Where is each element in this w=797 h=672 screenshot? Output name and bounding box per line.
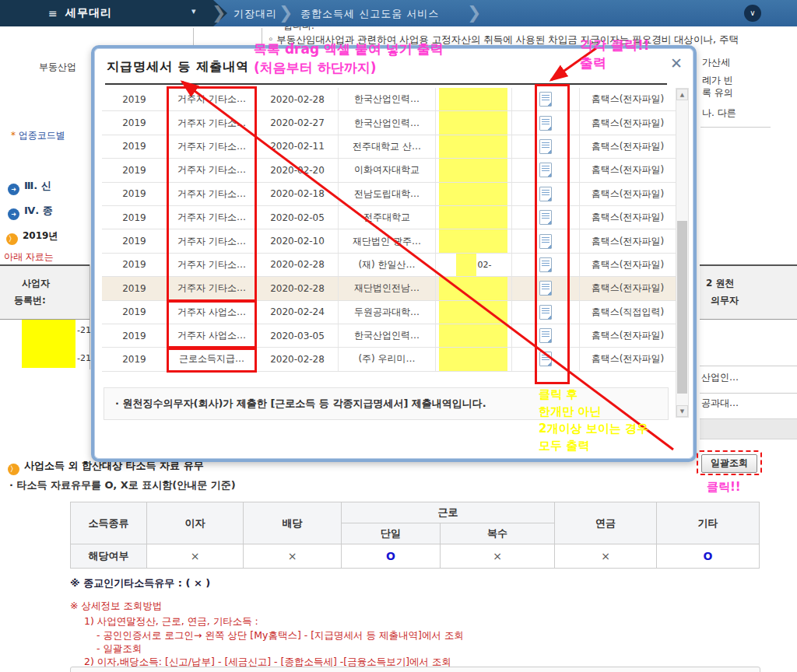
cell-payer: 이화여자대학교	[338, 159, 435, 181]
cell-source: 홈택스(전자파일)	[579, 135, 676, 158]
orange-angle-icon: 〉	[8, 464, 19, 475]
bg-clipped-text: 나. 다른	[702, 107, 736, 120]
cell-masked-id	[435, 88, 511, 110]
annotation-dashed-box-batch	[697, 450, 762, 475]
bg-industry-code-label: 업종코드별	[19, 130, 65, 141]
cell-masked-id	[435, 135, 511, 158]
annotation-yellow-line: 클릭 후	[539, 387, 578, 402]
bg-cell-fragment: -21	[77, 353, 91, 363]
cell-submit-date: 2020-02-28	[256, 348, 338, 370]
annotation-box-type-col	[167, 86, 257, 302]
annotation-yellow-line: 2개이상 보이는 경우	[539, 422, 648, 436]
bg-cell-fragment: 공과대…	[701, 397, 739, 410]
scroll-down-icon[interactable]: ▼	[676, 405, 688, 417]
scrollbar[interactable]: ▲ ▼	[676, 88, 689, 418]
primary-menu-label: 세무대리	[65, 6, 112, 20]
annotation-yellow-line: 모두 출력	[539, 439, 589, 453]
cell-masked-id	[435, 277, 511, 299]
tab-help-service[interactable]: 종합소득세 신고도움 서비스	[300, 7, 439, 21]
col-pension: 연금	[555, 502, 657, 544]
cell-year: 2019	[102, 159, 167, 181]
top-navigation: ≡ 세무대리 ▾ ❯ 기장대리 ❯ 종합소득세 신고도움 서비스 ❯ ∨	[0, 0, 797, 26]
modal-title: 지급명세서 등 제출내역	[107, 59, 249, 75]
orange-angle-icon: 〉	[6, 233, 18, 245]
bg-year-label: 2019년	[23, 230, 58, 241]
close-icon[interactable]: ✕	[670, 54, 683, 72]
row-applicability: 해당여부	[71, 544, 147, 569]
redaction-box	[439, 206, 507, 229]
cell-payer: 전남도립대학…	[338, 183, 435, 205]
redaction-box	[439, 277, 507, 299]
cell-source: 홈택스(전자파일)	[579, 206, 676, 229]
cell-masked-id	[435, 301, 511, 324]
cell-source: 홈택스(전자파일)	[579, 111, 676, 134]
method-line: - 공인인증서로 로그인→ 왼쪽 상단 [My홈택스] - [지급명세서 등 제…	[97, 629, 464, 642]
bg-red-note: 아래 자료는	[4, 250, 54, 264]
collapse-chevron-button[interactable]: ∨	[744, 5, 761, 22]
col-labor-single: 단일	[342, 523, 441, 544]
bg-section-3[interactable]: ➜Ⅲ. 신	[8, 179, 51, 195]
cell-year: 2019	[102, 348, 167, 370]
scroll-up-icon[interactable]: ▲	[676, 89, 688, 100]
value-labor-single: O	[342, 544, 441, 569]
bg-bottom-panel	[70, 667, 760, 672]
chevron-separator-icon: ❯	[467, 2, 481, 25]
redaction-box	[439, 111, 507, 134]
cell-masked-id: 02-	[435, 254, 511, 276]
cell-source: 홈택스(전자파일)	[579, 324, 676, 347]
cell-masked-id	[435, 159, 511, 181]
religious-income-note: ※ 종교인기타소득유무 : ( × )	[70, 576, 210, 590]
value-dividend: ×	[244, 544, 342, 569]
redaction-box	[439, 159, 507, 181]
cell-submit-date: 2020-02-20	[256, 159, 338, 181]
col-dividend: 배당	[244, 502, 342, 544]
cell-source: 홈택스(전자파일)	[579, 254, 676, 276]
cell-source: 홈택스(전자파일)	[579, 277, 676, 299]
redaction-box	[439, 324, 507, 347]
redaction-box	[439, 348, 507, 370]
cell-submit-date: 2020-02-28	[256, 88, 338, 110]
cell-payer: 재단법인 광주…	[338, 229, 435, 252]
cell-payer: 전주대학교	[338, 206, 435, 229]
cell-payer: 한국산업인력…	[338, 111, 435, 134]
cell-payer: (주) 우리미…	[338, 348, 435, 370]
annotation-magenta-click-each: 각각 클릭!!	[580, 37, 649, 54]
cell-year: 2019	[102, 301, 167, 324]
bg-left-table-header: 사업자 등록번:	[0, 264, 90, 320]
bg-industry-code-link[interactable]: * 업종코드별	[11, 129, 65, 142]
cell-source: 홈택스(직접입력)	[579, 301, 676, 324]
scrollbar-thumb[interactable]	[677, 221, 687, 394]
cell-submit-date: 2020-02-18	[256, 183, 338, 205]
redaction-box	[456, 254, 476, 276]
caret-down-icon[interactable]: ▾	[191, 6, 196, 16]
col-interest: 이자	[147, 502, 244, 544]
cell-submit-date: 2020-02-24	[256, 301, 338, 324]
primary-menu[interactable]: ≡ 세무대리 ▾	[0, 0, 227, 26]
cell-source: 홈택스(전자파일)	[579, 159, 676, 181]
cell-year: 2019	[102, 206, 167, 229]
bg-divider	[700, 366, 797, 366]
annotation-box-labor-row	[167, 348, 257, 373]
tab-bookkeeping[interactable]: 기장대리	[233, 7, 277, 21]
cell-source: 홈택스(전자파일)	[579, 348, 676, 370]
hamburger-icon[interactable]: ≡	[48, 7, 58, 19]
bg-th-withholding: 2 원천	[706, 277, 735, 290]
asterisk-icon: *	[11, 130, 16, 141]
annotation-magenta-range: (처음부터 하단까지)	[254, 59, 376, 77]
redaction-box	[439, 183, 507, 205]
annotation-magenta-drag: 목록 drag 엑셀 붙여 넣기 출력	[254, 40, 444, 58]
bg-th-regno: 등록번:	[14, 294, 46, 307]
redaction-box	[439, 229, 507, 252]
bg-year-heading: 〉2019년	[6, 229, 58, 245]
title-divider	[105, 83, 667, 85]
bg-clipped-text: 례가 빈	[702, 74, 733, 87]
bg-clipped-text: 가산세	[702, 56, 730, 69]
cell-payer: 재단법인전남…	[338, 277, 435, 299]
cell-year: 2019	[102, 183, 167, 205]
col-labor-group: 근로	[342, 502, 555, 523]
cell-source: 홈택스(전자파일)	[579, 88, 676, 110]
cell-year: 2019	[102, 229, 167, 252]
cell-submit-date: 2020-02-27	[256, 111, 338, 134]
bg-section-4[interactable]: ➜Ⅳ. 종	[8, 204, 53, 220]
cell-year: 2019	[102, 111, 167, 134]
